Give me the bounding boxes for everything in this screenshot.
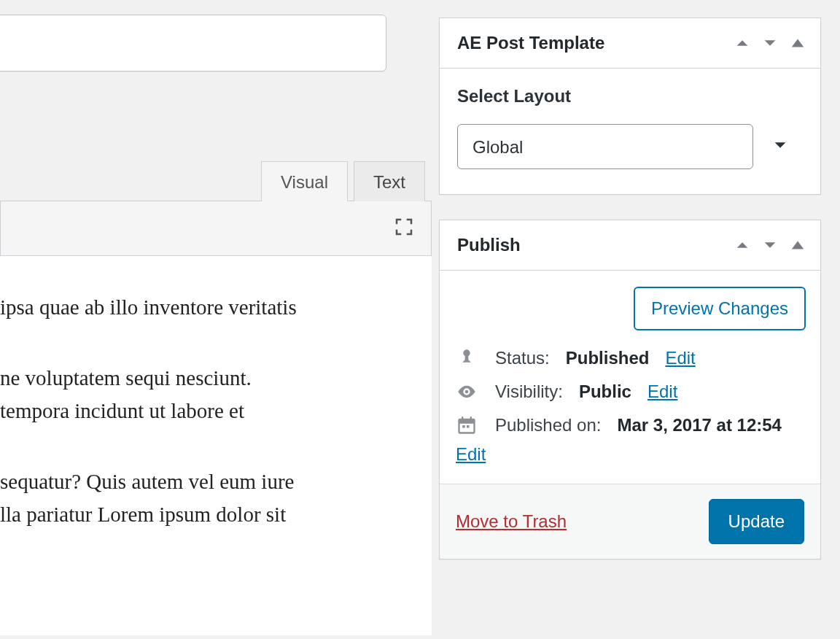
panel-toggle-icon[interactable] (790, 237, 806, 253)
panel-move-up-icon[interactable] (734, 237, 750, 253)
panel-move-down-icon[interactable] (762, 35, 778, 51)
content-paragraph: ipsa quae ab illo inventore veritatis (0, 291, 410, 324)
panel-move-up-icon[interactable] (734, 35, 750, 51)
visibility-value: Public (579, 382, 631, 402)
status-row: Status: Published Edit (454, 348, 806, 368)
tab-visual-label: Visual (281, 172, 328, 192)
move-to-trash-link[interactable]: Move to Trash (456, 511, 567, 532)
preview-changes-button[interactable]: Preview Changes (634, 287, 806, 330)
fullscreen-icon[interactable] (393, 216, 415, 241)
chevron-down-icon (772, 137, 788, 156)
status-label: Status: (495, 348, 550, 368)
published-on-edit-link[interactable]: Edit (456, 444, 486, 465)
panel-publish: Publish Preview Changes Status: Publishe… (439, 220, 821, 559)
select-layout-dropdown[interactable]: Global (457, 124, 753, 169)
status-value: Published (566, 348, 650, 368)
published-on-label: Published on: (495, 415, 601, 435)
select-layout-label: Select Layout (457, 86, 803, 106)
published-on-value: Mar 3, 2017 at 12:54 (617, 415, 781, 435)
tab-text[interactable]: Text (354, 161, 425, 201)
tab-visual[interactable]: Visual (261, 161, 348, 201)
content-paragraph: ne voluptatem sequi nesciunt.tempora inc… (0, 362, 410, 427)
update-button[interactable]: Update (709, 499, 804, 544)
panel-header: AE Post Template (440, 18, 820, 69)
visibility-edit-link[interactable]: Edit (648, 382, 677, 402)
editor: Visual Text ipsa quae ab illo inventore … (0, 160, 432, 635)
editor-content[interactable]: ipsa quae ab illo inventore veritatis ne… (0, 256, 432, 635)
visibility-row: Visibility: Public Edit (454, 382, 806, 402)
eye-icon (454, 382, 479, 402)
panel-title: AE Post Template (457, 33, 604, 53)
status-edit-link[interactable]: Edit (665, 348, 695, 368)
publish-footer: Move to Trash Update (440, 484, 820, 559)
editor-tabs: Visual Text (0, 160, 432, 201)
tab-text-label: Text (373, 172, 405, 192)
panel-ae-post-template: AE Post Template Select Layout Global (439, 18, 821, 195)
pin-icon (454, 348, 479, 368)
visibility-label: Visibility: (495, 382, 563, 402)
post-title-input[interactable] (0, 15, 386, 71)
published-on-row: Published on: Mar 3, 2017 at 12:54 (454, 415, 806, 435)
panel-move-down-icon[interactable] (762, 237, 778, 253)
panel-header: Publish (440, 220, 820, 271)
panel-title: Publish (457, 235, 521, 255)
content-paragraph: sequatur? Quis autem vel eum iurella par… (0, 465, 410, 531)
editor-toolbar (0, 201, 432, 256)
calendar-icon (454, 415, 479, 435)
panel-toggle-icon[interactable] (790, 35, 806, 51)
